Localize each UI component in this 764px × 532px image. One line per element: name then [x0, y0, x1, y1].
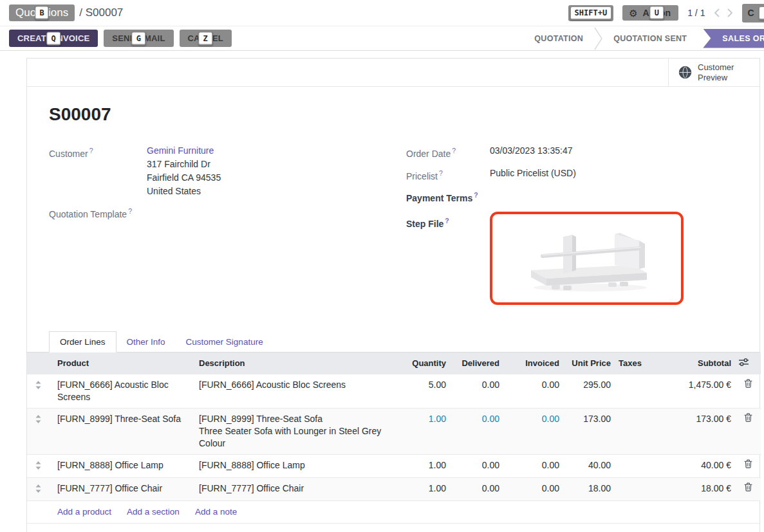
tab-other-info[interactable]: Other Info	[116, 332, 176, 352]
cell-quantity[interactable]: 1.00	[392, 454, 450, 477]
control-panel: Quotations B / S00007 SHIFT+U ⚙ Action U…	[0, 0, 764, 26]
add-a-section-link[interactable]: Add a section	[127, 507, 180, 517]
tab-order-lines[interactable]: Order Lines	[49, 331, 116, 353]
shortcut-keycap-q: Q	[46, 32, 60, 45]
shortcut-keycap-shift-u: SHIFT+U	[570, 6, 612, 20]
notebook: Order Lines Other Info Customer Signatur…	[27, 331, 759, 532]
cell-delivered[interactable]: 0.00	[450, 477, 503, 500]
order-line-row: [FURN_7777] Office Chair [FURN_7777] Off…	[27, 477, 761, 500]
row-drag-handle[interactable]	[27, 454, 49, 477]
breadcrumb-quotations[interactable]: Quotations B	[9, 5, 75, 21]
customer-link[interactable]: Gemini Furniture	[147, 145, 214, 156]
help-icon: ?	[439, 169, 443, 177]
column-header-handle	[27, 353, 49, 374]
pricelist-value[interactable]: Public Pricelist (USD)	[490, 167, 738, 180]
delete-line-button[interactable]	[735, 477, 761, 500]
column-header-taxes: Taxes	[615, 353, 663, 374]
cell-delivered[interactable]: 0.00	[450, 454, 503, 477]
column-header-description: Description	[195, 353, 392, 374]
send-email-button[interactable]: SEND EMAIL G	[104, 30, 173, 47]
cell-taxes[interactable]	[615, 477, 663, 500]
customer-preview-label: Customer Preview	[698, 62, 734, 83]
delete-line-button[interactable]	[735, 408, 761, 454]
create-invoice-button[interactable]: CREATE INVOICE Q	[9, 30, 98, 47]
cell-taxes[interactable]	[615, 374, 663, 408]
cell-taxes[interactable]	[615, 454, 663, 477]
cell-delivered-modified[interactable]: 0.00	[450, 408, 503, 454]
cell-description[interactable]: [FURN_7777] Office Chair	[195, 477, 392, 500]
cell-subtotal: 1,475.00 €	[663, 374, 735, 408]
action-menu-button[interactable]: ⚙ Action U	[622, 5, 678, 21]
delete-line-button[interactable]	[735, 454, 761, 477]
cell-subtotal: 40.00 €	[663, 454, 735, 477]
column-header-delivered: Delivered	[450, 353, 503, 374]
cell-product[interactable]: [FURN_6666] Acoustic Bloc Screens	[49, 374, 195, 408]
row-drag-handle[interactable]	[27, 408, 49, 454]
order-date-value[interactable]: 03/03/2023 13:35:47	[490, 144, 738, 158]
cell-quantity-modified[interactable]: 1.00	[392, 408, 450, 454]
clipped-edge-button-label: C	[747, 8, 754, 18]
column-header-quantity: Quantity	[392, 353, 450, 374]
cell-invoiced-modified[interactable]: 0.00	[503, 408, 563, 454]
step-file-label: Step File?	[406, 214, 490, 230]
status-step-quotation-sent[interactable]: QUOTATION SENT	[602, 34, 698, 43]
pricelist-label: Pricelist?	[406, 167, 490, 183]
status-step-quotation[interactable]: QUOTATION	[523, 34, 594, 43]
pager-previous-button[interactable]	[714, 8, 720, 17]
cell-invoiced[interactable]: 0.00	[503, 477, 563, 500]
sheet-body: S00007 Customer? Gemini Furniture 317 Fa…	[27, 104, 759, 311]
status-step-sales-order-active[interactable]: SALES ORDER	[703, 29, 764, 48]
add-a-note-link[interactable]: Add a note	[195, 507, 237, 517]
row-drag-handle[interactable]	[27, 374, 49, 408]
notebook-tabs: Order Lines Other Info Customer Signatur…	[27, 331, 759, 353]
cell-unit-price[interactable]: 40.00	[563, 454, 615, 477]
customer-preview-button[interactable]: Customer Preview	[668, 59, 759, 86]
step-file-preview-box[interactable]	[490, 212, 684, 305]
optional-columns-button[interactable]	[735, 353, 761, 374]
cell-unit-price[interactable]: 295.00	[563, 374, 615, 408]
action-buttons: CREATE INVOICE Q SEND EMAIL G CANCEL Z	[9, 30, 232, 47]
field-pricelist: Pricelist? Public Pricelist (USD)	[406, 167, 738, 183]
trash-icon	[744, 482, 752, 491]
cell-product[interactable]: [FURN_7777] Office Chair	[49, 477, 195, 500]
cell-unit-price[interactable]: 173.00	[563, 408, 615, 454]
trash-icon	[744, 413, 752, 422]
column-header-product: Product	[49, 353, 195, 374]
field-grid: Customer? Gemini Furniture 317 Fairchild…	[49, 144, 738, 311]
add-a-product-link[interactable]: Add a product	[57, 507, 111, 517]
cell-taxes[interactable]	[615, 408, 663, 454]
cell-description[interactable]: [FURN_6666] Acoustic Bloc Screens	[195, 374, 392, 408]
statusbar: QUOTATION QUOTATION SENT SALES ORDER	[523, 26, 764, 50]
cell-invoiced[interactable]: 0.00	[503, 454, 563, 477]
shortcut-keycap-b: B	[35, 6, 48, 20]
cell-delivered[interactable]: 0.00	[450, 374, 503, 408]
trash-icon	[744, 379, 752, 388]
cell-invoiced[interactable]: 0.00	[503, 374, 563, 408]
pager-next-button[interactable]	[727, 8, 733, 17]
field-group-left: Customer? Gemini Furniture 317 Fairchild…	[49, 144, 380, 311]
cancel-button[interactable]: CANCEL Z	[180, 30, 232, 47]
breadcrumb-current: / S00007	[79, 6, 123, 19]
customer-address: 317 Fairchild Dr Fairfield CA 94535 Unit…	[147, 158, 380, 198]
cell-description[interactable]: [FURN_8999] Three-Seat Sofa Three Seater…	[195, 408, 392, 454]
delete-line-button[interactable]	[735, 374, 761, 408]
clipped-edge-button[interactable]: C	[742, 4, 764, 23]
shortcut-chip-shift-u: SHIFT+U	[568, 5, 614, 21]
gear-icon: ⚙	[629, 8, 637, 18]
cell-product[interactable]: [FURN_8888] Office Lamp	[49, 454, 195, 477]
cell-description[interactable]: [FURN_8888] Office Lamp	[195, 454, 392, 477]
tab-customer-signature[interactable]: Customer Signature	[176, 332, 274, 352]
sort-handle-icon	[35, 415, 41, 423]
help-icon: ?	[445, 217, 449, 225]
chevron-right-icon	[727, 8, 733, 17]
cell-unit-price[interactable]: 18.00	[563, 477, 615, 500]
help-icon: ?	[452, 147, 456, 154]
field-payment-terms: Payment Terms?	[406, 188, 738, 205]
cell-quantity[interactable]: 1.00	[392, 477, 450, 500]
cell-product[interactable]: [FURN_8999] Three-Seat Sofa	[49, 408, 195, 454]
row-drag-handle[interactable]	[27, 477, 49, 500]
field-group-right: Order Date? 03/03/2023 13:35:47 Pricelis…	[406, 144, 738, 311]
table-footer-links: Add a product Add a section Add a note	[27, 500, 759, 524]
field-quotation-template: Quotation Template?	[49, 205, 380, 221]
cell-quantity[interactable]: 5.00	[392, 374, 450, 408]
